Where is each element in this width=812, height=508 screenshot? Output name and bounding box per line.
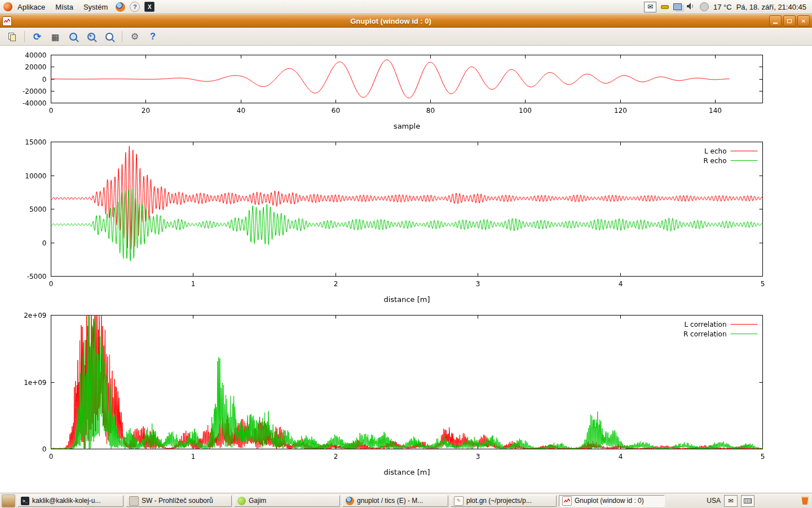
weather-icon[interactable] bbox=[700, 2, 709, 11]
key-icon[interactable] bbox=[661, 5, 669, 9]
taskbar-item-terminal[interactable]: >_ kaklik@kaklik-kolej-u... bbox=[17, 495, 123, 507]
keyboard-layout-indicator[interactable]: USA bbox=[707, 497, 721, 505]
gnuplot-window-icon bbox=[2, 16, 12, 26]
mail-indicator[interactable]: ✉ bbox=[724, 495, 738, 507]
replot-button[interactable]: ⟳ bbox=[30, 30, 45, 44]
refresh-icon: ⟳ bbox=[33, 32, 41, 42]
copy-to-clipboard-button[interactable] bbox=[5, 30, 19, 44]
help-launcher[interactable]: ? bbox=[129, 1, 140, 12]
taskbar: >_ kaklik@kaklik-kolej-u... SW - Prohlíž… bbox=[0, 493, 812, 508]
menu-applications[interactable]: Aplikace bbox=[12, 0, 50, 14]
volume-icon[interactable] bbox=[686, 2, 695, 12]
trash-icon[interactable] bbox=[801, 497, 809, 505]
minimize-button[interactable] bbox=[769, 15, 782, 27]
plot-canvas[interactable] bbox=[0, 46, 812, 493]
maximize-button[interactable] bbox=[783, 15, 796, 27]
mail-icon[interactable]: ✉ bbox=[644, 2, 656, 12]
taskbar-item-gnuplot[interactable]: Gnuplot (window id : 0) bbox=[559, 495, 665, 507]
taskbar-item-label: plot.gn (~/projects/p... bbox=[466, 497, 532, 505]
file-manager-icon bbox=[129, 496, 139, 506]
zoom-fit-button[interactable] bbox=[102, 30, 117, 44]
firefox-icon bbox=[116, 2, 125, 12]
zoom-next-icon: + bbox=[87, 33, 95, 41]
window-title: Gnuplot (window id : 0) bbox=[14, 17, 767, 25]
display-icon[interactable] bbox=[673, 3, 682, 10]
show-desktop-icon[interactable] bbox=[2, 494, 15, 507]
taskbar-item-label: gnuplot / tics (E) - M... bbox=[357, 497, 423, 505]
close-icon: ✕ bbox=[801, 18, 806, 24]
grid-icon: ▦ bbox=[51, 33, 59, 41]
taskbar-item-label: kaklik@kaklik-kolej-u... bbox=[32, 497, 101, 505]
taskbar-right-cluster: USA ✉ bbox=[707, 495, 810, 507]
taskbar-item-file-browser[interactable]: SW - Prohlížeč souborů bbox=[126, 495, 232, 507]
close-button[interactable]: ✕ bbox=[797, 15, 810, 27]
toolbar-separator bbox=[24, 31, 25, 42]
menu-system[interactable]: Systém bbox=[78, 0, 113, 14]
maximize-icon bbox=[787, 19, 792, 23]
taskbar-item-gajim[interactable]: Gajim bbox=[234, 495, 340, 507]
top-panel: Aplikace Místa Systém ? X ✉ 17 °C Pá, 18… bbox=[0, 0, 812, 14]
configure-icon: ⚙ bbox=[131, 32, 139, 41]
menu-applications-label: Aplikace bbox=[17, 3, 45, 11]
help-button[interactable]: ? bbox=[145, 30, 160, 44]
gajim-icon bbox=[237, 497, 246, 505]
system-tray: ✉ 17 °C Pá, 18. září, 21:40:45 bbox=[644, 2, 812, 12]
help-icon: ? bbox=[150, 32, 156, 41]
keyboard-icon bbox=[744, 498, 752, 503]
window-titlebar[interactable]: Gnuplot (window id : 0) ✕ bbox=[0, 14, 812, 28]
copy-icon bbox=[8, 33, 16, 41]
taskbar-item-label: Gnuplot (window id : 0) bbox=[575, 497, 644, 505]
help-icon: ? bbox=[130, 2, 140, 12]
gnuplot-icon bbox=[562, 496, 572, 506]
distro-logo-icon[interactable] bbox=[3, 2, 12, 11]
keyboard-indicator[interactable] bbox=[741, 495, 754, 507]
xterm-icon: X bbox=[144, 2, 155, 12]
menu-places-label: Místa bbox=[55, 3, 73, 11]
configure-button[interactable]: ⚙ bbox=[127, 30, 142, 44]
firefox-icon bbox=[346, 497, 354, 505]
clock[interactable]: Pá, 18. září, 21:40:45 bbox=[736, 3, 806, 11]
xterm-launcher[interactable]: X bbox=[144, 1, 155, 12]
zoom-previous-button[interactable] bbox=[66, 30, 81, 44]
menu-places[interactable]: Místa bbox=[50, 0, 78, 14]
toolbar-separator bbox=[122, 31, 122, 42]
toggle-grid-button[interactable]: ▦ bbox=[48, 30, 63, 44]
menu-system-label: Systém bbox=[83, 3, 108, 11]
firefox-launcher[interactable] bbox=[114, 1, 126, 12]
zoom-previous-icon bbox=[69, 33, 77, 41]
text-editor-icon: ✎ bbox=[454, 496, 464, 506]
taskbar-item-firefox[interactable]: gnuplot / tics (E) - M... bbox=[342, 495, 448, 507]
taskbar-item-label: Gajim bbox=[249, 497, 266, 505]
taskbar-item-editor[interactable]: ✎ plot.gn (~/projects/p... bbox=[451, 495, 557, 507]
taskbar-item-label: SW - Prohlížeč souborů bbox=[142, 497, 213, 505]
terminal-icon: >_ bbox=[21, 497, 29, 505]
temperature-label: 17 °C bbox=[713, 3, 732, 11]
zoom-next-button[interactable]: + bbox=[84, 30, 99, 44]
zoom-fit-icon bbox=[105, 33, 113, 41]
minimize-icon bbox=[773, 23, 778, 24]
mail-icon: ✉ bbox=[728, 497, 733, 505]
gnuplot-toolbar: ⟳ ▦ + ⚙ ? bbox=[0, 28, 812, 46]
